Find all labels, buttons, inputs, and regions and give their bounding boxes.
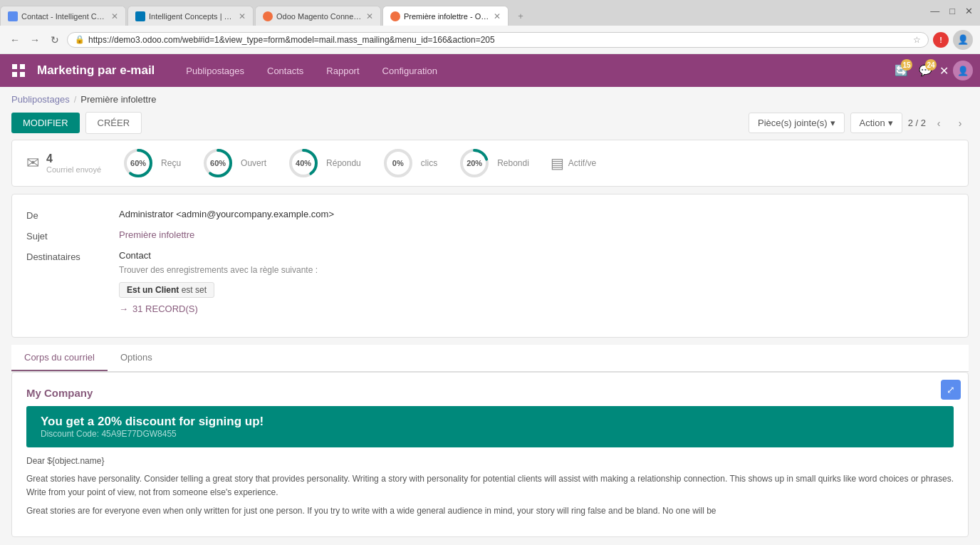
tab-corps-courriel[interactable]: Corps du courriel	[11, 345, 108, 371]
tab-close-2[interactable]: ✕	[239, 11, 246, 21]
forward-button[interactable]: →	[27, 32, 43, 48]
browser-tab-1[interactable]: Contact - Intelligent Con... ✕	[0, 6, 126, 26]
arrow-right-icon: →	[119, 303, 128, 314]
refresh-badge[interactable]: 🔄 15	[891, 61, 911, 81]
app-nav: Publipostages Contacts Rapport Configura…	[176, 60, 891, 82]
breadcrumb-current: Première infolettre	[80, 94, 156, 105]
pagination-text: 2 / 2	[908, 118, 926, 128]
stat-ouvert: 60% Ouvert	[202, 147, 266, 179]
stat-rebondi-circle: 20%	[459, 147, 490, 179]
pagination: 2 / 2 ‹ ›	[908, 115, 969, 132]
stat-repondu-circle: 40%	[288, 147, 319, 179]
de-value: Administrator <admin@yourcompany.example…	[119, 209, 334, 221]
stat-mail: ✉ 4 Courriel envoyé	[26, 152, 101, 174]
modifier-button[interactable]: MODIFIER	[11, 113, 80, 133]
records-link[interactable]: → 31 RECORD(S)	[119, 303, 318, 314]
breadcrumb-sep: /	[74, 94, 77, 105]
tab-close-1[interactable]: ✕	[111, 11, 118, 21]
tab-close-4[interactable]: ✕	[494, 11, 501, 21]
user-avatar[interactable]: 👤	[953, 61, 973, 81]
refresh-button[interactable]: ↻	[47, 32, 63, 48]
stat-recu-label: Reçu	[161, 158, 181, 168]
stat-ouvert-percent: 60%	[210, 159, 226, 167]
creer-button[interactable]: CRÉER	[85, 112, 142, 134]
new-tab-button[interactable]: +	[510, 6, 531, 26]
trouver-text: Trouver des enregistrements avec la règl…	[119, 265, 318, 275]
extension-icon-red[interactable]: !	[933, 32, 949, 48]
maximize-button[interactable]: □	[949, 6, 955, 16]
browser-tabs: Contact - Intelligent Con... ✕ Intellige…	[0, 0, 980, 26]
expand-button[interactable]: ⤢	[941, 380, 961, 400]
stat-rebondi: 20% Rebondi	[459, 147, 529, 179]
stat-actif-label: Actif/ve	[568, 158, 596, 168]
content-tabs: Corps du courriel Options	[11, 345, 969, 372]
tab-options[interactable]: Options	[108, 345, 165, 371]
stat-clics-circle: 0%	[382, 147, 414, 179]
stat-recu-circle: 60%	[123, 147, 154, 179]
app-header: Marketing par e-mail Publipostages Conta…	[0, 54, 980, 87]
stat-mail-label: Courriel envoyé	[46, 165, 101, 174]
browser-tab-2[interactable]: Intelligent Concepts | Lin... ✕	[127, 6, 254, 26]
records-count: 31 RECORD(S)	[132, 303, 198, 314]
bookmark-icon[interactable]: ☆	[913, 35, 921, 45]
lock-icon: 🔒	[75, 35, 85, 44]
svg-rect-3	[20, 72, 25, 77]
chevron-down-icon: ▾	[830, 118, 835, 128]
destinataires-value: Contact	[119, 250, 318, 261]
banner-code: Discount Code: 45A9E77DGW8455	[41, 429, 939, 439]
grid-menu-icon[interactable]	[7, 59, 30, 82]
archive-icon: ▤	[551, 155, 564, 172]
de-label: De	[26, 209, 119, 221]
nav-configuration[interactable]: Configuration	[372, 60, 447, 82]
stats-bar: ✉ 4 Courriel envoyé 60% Reçu	[11, 140, 969, 187]
stat-rebondi-label: Rebondi	[497, 158, 529, 168]
back-button[interactable]: ←	[7, 32, 23, 48]
stat-clics: 0% clics	[382, 147, 437, 179]
action-button[interactable]: Action ▾	[850, 113, 902, 133]
banner-title: You get a 20% discount for signing up!	[41, 415, 939, 429]
nav-contacts[interactable]: Contacts	[257, 60, 313, 82]
action-chevron-down-icon: ▾	[888, 118, 893, 128]
mail-icon: ✉	[26, 154, 39, 172]
tab-favicon-1	[8, 11, 18, 21]
tab-close-3[interactable]: ✕	[366, 11, 373, 21]
email-banner: You get a 20% discount for signing up! D…	[26, 406, 954, 447]
stat-recu-percent: 60%	[130, 159, 146, 167]
pieces-jointes-button[interactable]: Pièce(s) jointe(s) ▾	[749, 113, 845, 133]
form-row-de: De Administrator <admin@yourcompany.exam…	[26, 209, 954, 221]
sujet-value: Première infolettre	[119, 229, 194, 242]
form-row-sujet: Sujet Première infolettre	[26, 229, 954, 242]
destinataires-content: Contact Trouver des enregistrements avec…	[119, 250, 318, 314]
pagination-next[interactable]: ›	[952, 115, 969, 132]
stat-ouvert-label: Ouvert	[241, 158, 266, 168]
minimize-button[interactable]: —	[930, 6, 939, 16]
nav-publipostages[interactable]: Publipostages	[176, 60, 254, 82]
pagination-prev[interactable]: ‹	[930, 115, 947, 132]
email-body-container: ⤢ My Company You get a 20% discount for …	[11, 372, 969, 537]
toolbar: MODIFIER CRÉER Pièce(s) jointe(s) ▾ Acti…	[0, 109, 980, 140]
nav-rapport[interactable]: Rapport	[316, 60, 369, 82]
destinataires-label: Destinataires	[26, 250, 119, 314]
address-bar[interactable]: 🔒 https://demo3.odoo.com/web#id=1&view_t…	[67, 32, 929, 48]
stat-repondu: 40% Répondu	[288, 147, 361, 179]
svg-rect-0	[12, 64, 17, 69]
company-name: My Company	[26, 387, 954, 399]
tab-favicon-2	[135, 11, 145, 21]
filter-row: Est un Client est set	[119, 279, 318, 298]
profile-icon[interactable]: 👤	[953, 30, 973, 50]
breadcrumb-parent[interactable]: Publipostages	[11, 94, 70, 105]
tab-favicon-3	[263, 11, 273, 21]
browser-tab-3[interactable]: Odoo Magento Connect... ✕	[255, 6, 381, 26]
close-session-icon[interactable]: ✕	[939, 64, 949, 78]
url-text: https://demo3.odoo.com/web#id=1&view_typ…	[88, 35, 909, 45]
tab-label-4: Première infolettre - Odo...	[404, 12, 489, 21]
filter-badge: Est un Client est set	[119, 282, 214, 298]
message-badge[interactable]: 💬 24	[915, 61, 935, 81]
browser-tab-4[interactable]: Première infolettre - Odo... ✕	[382, 6, 509, 26]
close-button[interactable]: ✕	[965, 6, 973, 16]
email-paragraph2: Great stories are for everyone even when…	[26, 504, 954, 518]
email-dear: Dear ${object.name}	[26, 455, 954, 468]
breadcrumb: Publipostages / Première infolettre	[0, 87, 980, 109]
toolbar-center: Pièce(s) jointe(s) ▾ Action ▾	[749, 113, 902, 133]
main-content: Publipostages / Première infolettre MODI…	[0, 87, 980, 545]
